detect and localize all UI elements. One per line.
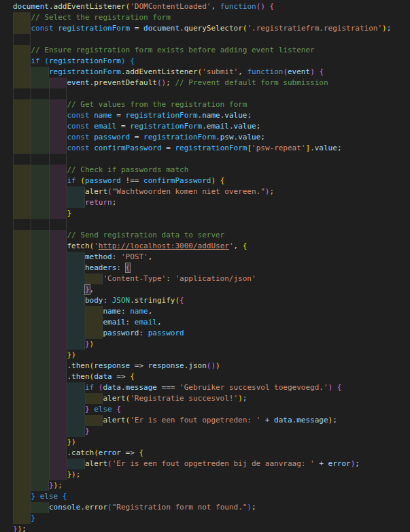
code-line[interactable]: [13, 219, 410, 230]
code-token: JSON: [112, 296, 131, 305]
indent-band: [67, 295, 84, 306]
code-token: querySelector: [184, 24, 243, 33]
code-line[interactable]: password: password: [13, 328, 410, 339]
code-line[interactable]: }): [13, 350, 410, 361]
code-token: ,: [234, 242, 243, 250]
indent-band: [31, 350, 48, 361]
code-token: 'Er is een fout opgetreden: ': [130, 416, 260, 425]
indent-band: [49, 121, 67, 132]
code-token: value: [224, 111, 247, 120]
code-line[interactable]: }: [13, 426, 410, 437]
code-line[interactable]: });: [13, 524, 410, 532]
code-token: ;: [58, 481, 63, 490]
code-line[interactable]: }): [13, 437, 410, 448]
indent-guide: [13, 219, 31, 230]
code-token: event: [288, 67, 310, 76]
indent-band: [31, 197, 48, 208]
code-line[interactable]: .then(data => {: [13, 371, 410, 382]
indent-band: [13, 404, 31, 415]
code-line[interactable]: }): [13, 339, 410, 350]
code-line[interactable]: // Get values from the registration form: [13, 99, 410, 110]
indent-band: [13, 459, 31, 469]
indent-band: [85, 306, 103, 317]
indent-band: [49, 197, 67, 208]
code-line[interactable]: // Send registration data to server: [13, 230, 410, 241]
code-token: ;: [76, 470, 81, 479]
indent-band: [67, 382, 84, 393]
code-line[interactable]: const name = registrationForm.name.value…: [13, 110, 410, 121]
code-line[interactable]: alert('Er is een fout opgetreden bij de …: [13, 459, 410, 469]
code-line[interactable]: event.preventDefault(); // Prevent defau…: [13, 78, 410, 88]
indent-band: [13, 469, 31, 480]
indent-band: [13, 12, 31, 23]
code-token: =: [116, 122, 130, 131]
indent-band: [13, 176, 31, 186]
code-line[interactable]: const email = registrationForm.email.val…: [13, 121, 410, 132]
code-line[interactable]: }: [13, 513, 410, 524]
code-line[interactable]: registrationForm.addEventListener('submi…: [13, 67, 410, 78]
code-token: {: [130, 372, 135, 381]
code-line[interactable]: alert("Wachtwoorden komen niet overeen."…: [13, 186, 410, 197]
code-line[interactable]: name: name,: [13, 306, 410, 317]
code-editor[interactable]: document.addEventListener('DOMContentLoa…: [0, 0, 410, 532]
code-token: registrationForm: [49, 67, 121, 76]
code-line[interactable]: method: 'POST',: [13, 252, 410, 263]
code-line[interactable]: if (registrationForm) {: [13, 56, 410, 67]
code-token: .: [49, 2, 54, 11]
code-line[interactable]: [13, 34, 410, 45]
code-token: password: [94, 133, 130, 142]
indent-band: [49, 361, 67, 371]
indent-band: [67, 415, 84, 426]
indent-band: [49, 295, 67, 306]
code-line[interactable]: fetch('http://localhost:3000/addUser', {: [13, 241, 410, 252]
indent-band: [49, 241, 67, 252]
code-line[interactable]: body: JSON.stringify({: [13, 295, 410, 306]
code-line[interactable]: },: [13, 284, 410, 295]
indent-band: [31, 165, 48, 176]
code-token: ,: [211, 2, 220, 11]
code-token: .: [180, 24, 184, 33]
code-token: name: [94, 111, 112, 120]
indent-band: [31, 426, 48, 437]
code-line[interactable]: // Select the registration form: [13, 12, 410, 23]
indent-band: [13, 252, 31, 263]
code-line[interactable]: // Ensure registration form exists befor…: [13, 45, 410, 56]
code-line[interactable]: });: [13, 469, 410, 480]
url-link[interactable]: http://localhost:3000/addUser: [99, 242, 229, 250]
code-token: .: [121, 67, 126, 76]
code-line[interactable]: const confirmPassword = registrationForm…: [13, 143, 410, 154]
code-line[interactable]: } else {: [13, 491, 410, 502]
code-line[interactable]: headers: {: [13, 263, 410, 273]
code-line[interactable]: });: [13, 480, 410, 491]
code-token: function: [247, 67, 283, 76]
code-line[interactable]: [13, 154, 410, 165]
indent-band: [13, 67, 31, 78]
code-token: '.registratiefrm.registration': [247, 24, 382, 33]
indent-guide: [13, 88, 31, 99]
indent-band: [49, 263, 67, 273]
code-line[interactable]: return;: [13, 197, 410, 208]
code-line[interactable]: [13, 88, 410, 99]
code-line[interactable]: 'Content-Type': 'application/json': [13, 273, 410, 284]
code-token: headers: [85, 263, 116, 272]
indent-band: [67, 393, 84, 404]
indent-band: [31, 241, 48, 252]
code-line[interactable]: if (password !== confirmPassword) {: [13, 176, 410, 186]
code-line[interactable]: alert('Registratie succesvol!');: [13, 393, 410, 404]
code-line[interactable]: alert('Er is een fout opgetreden: ' + da…: [13, 415, 410, 426]
code-line[interactable]: const password = registrationForm.psw.va…: [13, 132, 410, 143]
code-line[interactable]: console.error("Registration form not fou…: [13, 502, 410, 513]
code-token: =>: [130, 361, 148, 370]
code-line[interactable]: document.addEventListener('DOMContentLoa…: [13, 1, 410, 12]
code-line[interactable]: // Check if passwords match: [13, 165, 410, 176]
code-token: ,: [157, 318, 162, 327]
code-line[interactable]: .catch(error => {: [13, 448, 410, 459]
code-line[interactable]: } else {: [13, 404, 410, 415]
code-token: "Wachtwoorden komen niet overeen.": [112, 187, 265, 196]
indent-band: [31, 306, 48, 317]
code-line[interactable]: if (data.message === 'Gebruiker succesvo…: [13, 382, 410, 393]
code-line[interactable]: .then(response => response.json()): [13, 361, 410, 371]
code-line[interactable]: email: email,: [13, 317, 410, 328]
code-line[interactable]: const registrationForm = document.queryS…: [13, 23, 410, 34]
code-line[interactable]: }: [13, 208, 410, 219]
